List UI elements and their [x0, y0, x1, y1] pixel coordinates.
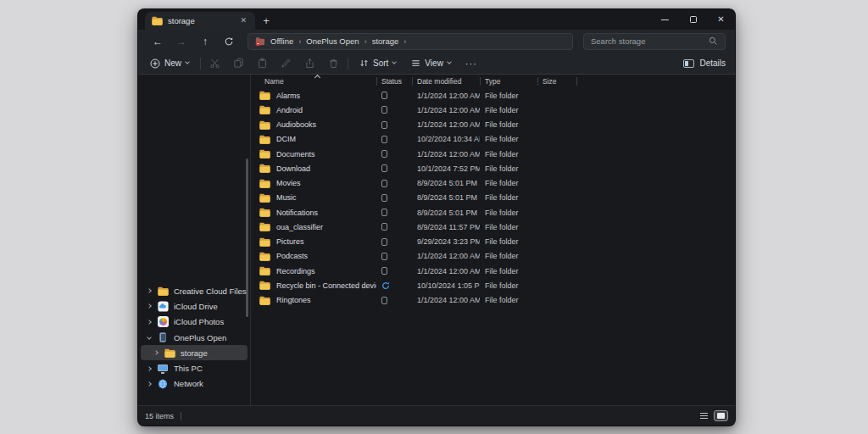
- column-header-status[interactable]: Status: [376, 75, 412, 88]
- file-type: File folder: [480, 120, 537, 129]
- file-row[interactable]: Pictures9/29/2024 3:23 PMFile folder: [251, 235, 735, 249]
- file-name: DCIM: [276, 135, 296, 143]
- sidebar-item-this-pc[interactable]: This PC: [141, 360, 248, 376]
- view-button[interactable]: View: [409, 58, 453, 68]
- file-row[interactable]: Android1/1/2024 12:00 AMFile folder: [251, 103, 735, 117]
- sync-status-icon: [381, 281, 390, 290]
- column-header-name[interactable]: Name: [251, 75, 376, 88]
- column-header-date-modified[interactable]: Date modified: [412, 75, 480, 88]
- chevron-right-icon[interactable]: [147, 320, 152, 325]
- file-name: Recordings: [276, 267, 315, 275]
- sidebar-item-icloud-photos[interactable]: iCloud Photos: [141, 314, 248, 330]
- folder-icon: [259, 149, 270, 159]
- file-date-modified: 1/1/2024 12:00 AM: [412, 252, 480, 260]
- file-name: Android: [276, 106, 303, 114]
- file-type: File folder: [480, 135, 537, 143]
- breadcrumb-item[interactable]: storage: [372, 36, 399, 46]
- sidebar-item-label: storage: [181, 348, 208, 358]
- refresh-button[interactable]: [219, 33, 239, 50]
- minimize-button[interactable]: [651, 9, 679, 30]
- file-name: Notifications: [276, 209, 318, 217]
- chevron-down-icon[interactable]: [147, 335, 152, 340]
- more-options-button[interactable]: ···: [465, 58, 477, 69]
- chevron-right-icon[interactable]: [147, 288, 152, 293]
- sort-button-label: Sort: [373, 58, 388, 68]
- search-box[interactable]: Search storage: [583, 33, 726, 50]
- icloud-drive-icon: [157, 301, 169, 312]
- breadcrumb-chevron-icon[interactable]: ›: [298, 37, 301, 46]
- chevron-right-icon[interactable]: [147, 381, 152, 387]
- address-bar[interactable]: Offline›OnePlus Open›storage›: [248, 33, 573, 50]
- file-row[interactable]: Audiobooks1/1/2024 12:00 AMFile folder: [251, 118, 735, 132]
- delete-icon[interactable]: [328, 58, 339, 69]
- details-pane-button[interactable]: Details: [683, 58, 726, 68]
- sidebar-item-creative-cloud-files[interactable]: Creative Cloud Files: [141, 283, 248, 298]
- file-name: Music: [276, 193, 297, 202]
- new-tab-button[interactable]: +: [255, 12, 277, 30]
- file-row[interactable]: Movies8/9/2024 5:01 PMFile folder: [251, 176, 735, 191]
- sidebar-item-storage[interactable]: storage: [141, 345, 248, 360]
- file-date-modified: 1/1/2024 12:00 AM: [412, 150, 480, 159]
- file-date-modified: 1/1/2024 12:00 AM: [412, 120, 480, 129]
- tab-close-icon[interactable]: ✕: [237, 16, 249, 25]
- copy-icon[interactable]: [233, 58, 244, 69]
- file-row[interactable]: Recordings1/1/2024 12:00 AMFile folder: [251, 264, 735, 278]
- file-name: Download: [276, 164, 310, 173]
- file-row[interactable]: Recycle bin - Connected device10/10/2024…: [251, 278, 735, 292]
- sidebar-item-network[interactable]: Network: [141, 376, 248, 392]
- maximize-icon: [690, 16, 697, 23]
- breadcrumb-chevron-icon[interactable]: ›: [403, 37, 406, 46]
- column-header-size[interactable]: Size: [537, 75, 576, 88]
- details-view-toggle[interactable]: [697, 410, 711, 421]
- device-status-icon: [381, 267, 387, 275]
- tab-title: storage: [168, 16, 232, 25]
- file-list-pane: NameStatusDate modifiedTypeSize Alarms1/…: [250, 75, 735, 405]
- file-name: Pictures: [276, 237, 304, 246]
- file-row[interactable]: Ringtones1/1/2024 12:00 AMFile folder: [251, 293, 735, 308]
- column-header-type[interactable]: Type: [480, 75, 537, 88]
- minimize-icon: [661, 19, 669, 20]
- breadcrumb-item[interactable]: Offline: [270, 36, 293, 46]
- close-button[interactable]: ✕: [707, 9, 735, 30]
- file-row[interactable]: Alarms1/1/2024 12:00 AMFile folder: [251, 88, 735, 103]
- sidebar-item-icloud-drive[interactable]: iCloud Drive: [141, 298, 248, 314]
- maximize-button[interactable]: [679, 9, 707, 30]
- device-status-icon: [381, 194, 387, 202]
- thumbnail-view-toggle[interactable]: [714, 410, 728, 421]
- sort-button[interactable]: Sort: [357, 58, 398, 68]
- file-type: File folder: [480, 193, 537, 202]
- file-type: File folder: [480, 223, 537, 231]
- file-row[interactable]: oua_classifier8/9/2024 11:57 PMFile fold…: [251, 220, 735, 234]
- statusbar-divider: [181, 412, 181, 420]
- share-icon[interactable]: [304, 58, 315, 69]
- forward-button[interactable]: →: [171, 33, 192, 50]
- paste-icon[interactable]: [257, 58, 268, 69]
- folder-icon: [259, 105, 270, 114]
- chevron-right-icon[interactable]: [147, 366, 152, 371]
- folder-icon: [164, 348, 175, 358]
- navigation-pane: Creative Cloud FilesiCloud DriveiCloud P…: [138, 75, 250, 405]
- up-button[interactable]: ↑: [195, 33, 215, 50]
- new-button[interactable]: New: [147, 58, 192, 69]
- file-type: File folder: [480, 209, 537, 217]
- folder-icon: [157, 287, 169, 296]
- sidebar-item-oneplus-open[interactable]: OnePlus Open: [141, 330, 248, 345]
- rename-icon[interactable]: [281, 58, 292, 69]
- chevron-right-icon[interactable]: [153, 350, 159, 355]
- file-row[interactable]: Download10/1/2024 7:52 PMFile folder: [251, 161, 735, 175]
- file-row[interactable]: Notifications8/9/2024 5:01 PMFile folder: [251, 205, 735, 220]
- chevron-right-icon[interactable]: [147, 304, 152, 309]
- file-row[interactable]: Podcasts1/1/2024 12:00 AMFile folder: [251, 249, 735, 264]
- file-row[interactable]: Documents1/1/2024 12:00 AMFile folder: [251, 147, 735, 161]
- folder-icon: [259, 135, 270, 144]
- back-button[interactable]: ←: [147, 33, 168, 50]
- file-row[interactable]: Music8/9/2024 5:01 PMFile folder: [251, 191, 735, 205]
- cut-icon[interactable]: [209, 58, 220, 69]
- toolbar-divider: [200, 58, 201, 70]
- command-bar: New: [138, 53, 735, 75]
- breadcrumb-item[interactable]: OnePlus Open: [306, 36, 359, 46]
- breadcrumb-chevron-icon[interactable]: ›: [364, 37, 367, 46]
- file-row[interactable]: DCIM10/2/2024 10:34 AMFile folder: [251, 132, 735, 147]
- file-type: File folder: [480, 267, 537, 275]
- explorer-tab[interactable]: storage ✕: [145, 12, 255, 30]
